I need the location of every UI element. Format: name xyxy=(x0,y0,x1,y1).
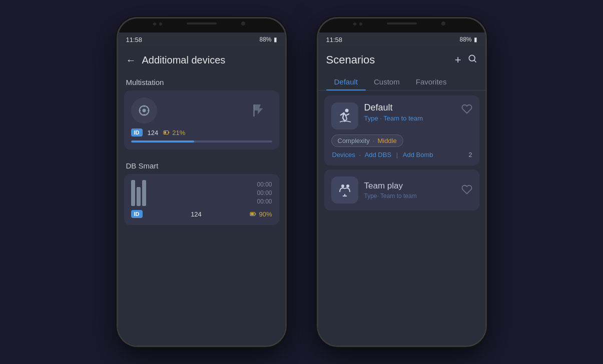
vol-down-button-2[interactable] xyxy=(317,101,318,118)
id-badge-2: ID xyxy=(131,210,143,218)
camera xyxy=(241,22,245,26)
db-right-section: 00:00 00:00 00:00 xyxy=(151,181,272,205)
phone-1: 11:58 88% ▮ ← Additiomal devices Multist… xyxy=(117,17,287,347)
scenarios-title: Scenarios xyxy=(326,54,375,66)
scenario2-type: Type· Team to team xyxy=(364,192,455,200)
status-bar-2: 11:58 88% ▮ xyxy=(318,32,485,46)
vol-up-button-2[interactable] xyxy=(317,78,318,96)
speaker-2 xyxy=(387,22,417,24)
add-bomb-link[interactable]: Add Bomb xyxy=(403,151,433,158)
header-actions: + xyxy=(455,54,477,66)
page-title-1: Additiomal devices xyxy=(142,54,226,66)
db-bar-1 xyxy=(131,180,135,206)
multistation-card: ID 124 21% xyxy=(124,90,279,150)
battery-icon-1: ▮ xyxy=(274,36,277,43)
devices-text: Devices · Add DBS | Add Bomb xyxy=(331,151,434,158)
status-time-1: 11:58 xyxy=(126,36,143,44)
device-icons-row xyxy=(131,98,272,124)
devices-count: 2 xyxy=(468,151,472,158)
status-right-1: 88% ▮ xyxy=(259,36,277,43)
timing-3: 00:00 xyxy=(257,198,272,205)
phone-top-bar xyxy=(118,18,285,32)
scenario-info-default: Default Type · Team to team xyxy=(364,102,455,122)
battery-stat-1: 21% xyxy=(163,129,185,136)
device-info: ID 124 21% xyxy=(131,128,272,136)
flag-icon xyxy=(246,98,272,124)
power-button[interactable] xyxy=(286,88,287,116)
status-right-2: 88% ▮ xyxy=(459,36,477,43)
dbsmart-card: 00:00 00:00 00:00 ID 124 90% xyxy=(124,174,279,225)
battery-icon-2: ▮ xyxy=(474,36,477,43)
complexity-badge: Complexity · Middle xyxy=(331,134,403,147)
sensors xyxy=(153,22,162,26)
scenario-card-teamplay: Team play Type· Team to team xyxy=(324,170,479,210)
progress-bar xyxy=(131,140,272,142)
scenario2-name: Team play xyxy=(364,181,455,191)
svg-point-15 xyxy=(345,109,348,112)
device-id-2: 124 xyxy=(191,210,202,218)
battery-percent-2: 88% xyxy=(459,36,471,43)
tabs-bar: Default Custom Favorites xyxy=(318,72,485,90)
tab-favorites[interactable]: Favorites xyxy=(408,72,455,90)
db-info-row: ID 124 90% xyxy=(131,210,272,218)
add-dbs-link[interactable]: Add DBS xyxy=(365,151,391,158)
device-id-1: 124 xyxy=(148,129,159,136)
speaker xyxy=(187,22,217,24)
scenario-icon-default xyxy=(331,102,358,130)
dbsmart-label: DB Smart xyxy=(118,156,285,174)
scenario-name-default: Default xyxy=(364,102,455,113)
scenario-type-default: Type · Team to team xyxy=(364,114,455,122)
svg-point-1 xyxy=(142,109,146,112)
phone-top-bar-2 xyxy=(318,18,485,32)
svg-point-17 xyxy=(346,184,349,188)
id-badge-1: ID xyxy=(131,128,143,136)
screen-2: Scenarios + Default Custom Favorites xyxy=(318,46,485,346)
db-content: 00:00 00:00 00:00 xyxy=(131,181,272,206)
power-button-2[interactable] xyxy=(486,88,487,116)
complexity-value: Middle xyxy=(377,137,396,144)
app-header: ← Additiomal devices xyxy=(118,46,285,72)
db-bars-icon xyxy=(131,181,146,206)
svg-line-14 xyxy=(474,60,476,62)
vol-up-button[interactable] xyxy=(117,78,118,96)
svg-rect-12 xyxy=(251,213,254,216)
scenario-header-row: Default Type · Team to team xyxy=(331,102,472,130)
devices-row: Devices · Add DBS | Add Bomb 2 xyxy=(331,151,472,158)
add-button[interactable]: + xyxy=(455,54,461,66)
db-timings: 00:00 00:00 00:00 xyxy=(151,181,272,205)
svg-point-13 xyxy=(469,55,475,61)
scenario2-row: Team play Type· Team to team xyxy=(331,176,472,204)
db-bar-2 xyxy=(137,187,141,206)
timing-2: 00:00 xyxy=(257,190,272,196)
battery-percent-1: 88% xyxy=(259,36,271,43)
screen-1: ← Additiomal devices Multistation xyxy=(118,46,285,346)
tab-default[interactable]: Default xyxy=(326,72,366,90)
multistation-icon xyxy=(131,98,157,124)
timing-1: 00:00 xyxy=(257,181,272,188)
scenario2-icon xyxy=(331,176,358,204)
svg-rect-9 xyxy=(165,132,167,134)
complexity-label: Complexity xyxy=(338,137,370,144)
heart-button-default[interactable] xyxy=(461,104,472,117)
search-button[interactable] xyxy=(467,54,477,66)
progress-fill xyxy=(131,140,195,142)
scenarios-header: Scenarios + xyxy=(318,46,485,72)
svg-point-16 xyxy=(341,184,344,188)
tab-custom[interactable]: Custom xyxy=(366,72,408,90)
vol-down-button[interactable] xyxy=(117,101,118,118)
status-bar-1: 11:58 88% ▮ xyxy=(118,32,285,46)
back-arrow[interactable]: ← xyxy=(126,54,136,66)
battery-stat-2: 90% xyxy=(250,210,272,218)
svg-rect-11 xyxy=(255,214,256,214)
status-time-2: 11:58 xyxy=(326,36,343,44)
camera-2 xyxy=(441,22,445,26)
svg-rect-8 xyxy=(169,132,170,133)
multistation-label: Multistation xyxy=(118,72,285,90)
scenario-card-default: Default Type · Team to team Complexity · xyxy=(324,96,479,166)
db-bar-3 xyxy=(142,180,146,206)
scenario2-info: Team play Type· Team to team xyxy=(364,181,455,200)
sensors-2 xyxy=(353,22,362,26)
heart-button-teamplay[interactable] xyxy=(461,184,472,198)
phone-2: 11:58 88% ▮ Scenarios + Default xyxy=(317,17,487,347)
